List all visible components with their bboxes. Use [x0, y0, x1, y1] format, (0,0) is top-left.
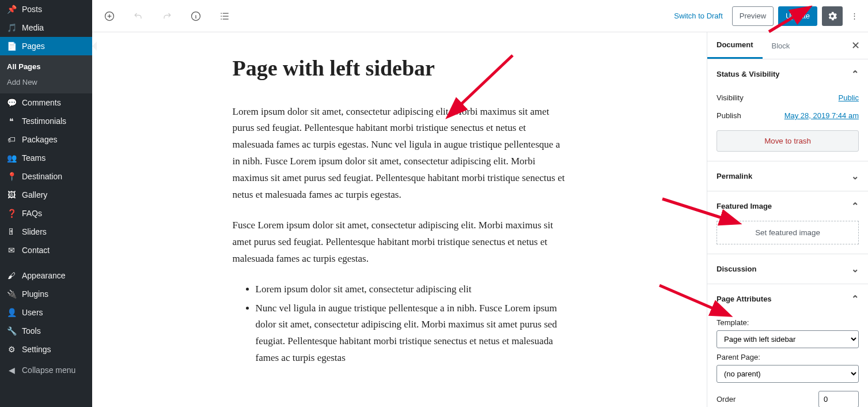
panel-header-discussion[interactable]: Discussion⌄ — [707, 254, 868, 284]
menu-packages[interactable]: 🏷Packages — [0, 130, 92, 149]
set-featured-image-button[interactable]: Set featured image — [717, 221, 859, 244]
publish-date-link[interactable]: May 28, 2019 7:44 am — [784, 111, 859, 120]
redo-button[interactable] — [157, 6, 177, 27]
menu-faqs[interactable]: ❓FAQs — [0, 204, 92, 223]
collapse-menu[interactable]: ◀Collapse menu — [0, 361, 92, 379]
menu-sliders[interactable]: 🎚Sliders — [0, 223, 92, 241]
template-select[interactable]: Page with left sidebar — [717, 330, 859, 348]
info-button[interactable] — [185, 6, 206, 27]
submenu-all-pages[interactable]: All Pages — [0, 59, 92, 74]
panel-featured-image: Featured Image⌃ Set featured image — [707, 191, 868, 254]
editor-canvas[interactable]: Page with left sidebar Lorem ipsum dolor… — [92, 32, 707, 407]
switch-to-draft-button[interactable]: Switch to Draft — [669, 12, 727, 20]
menu-posts[interactable]: 📌Posts — [0, 0, 92, 18]
gear-icon — [827, 10, 838, 22]
panel-page-attributes: Page Attributes⌃ Template: Page with lef… — [707, 284, 868, 407]
outline-button[interactable] — [214, 6, 235, 27]
visibility-value-link[interactable]: Public — [839, 93, 859, 102]
paragraph-block[interactable]: Fusce Lorem ipsum dolor sit amet, consec… — [233, 217, 567, 267]
menu-users[interactable]: 👤Users — [0, 303, 92, 322]
panel-permalink: Permalink⌄ — [707, 161, 868, 191]
list-block[interactable]: Lorem ipsum dolor sit amet, consectetur … — [233, 281, 567, 367]
package-icon: 🏷 — [6, 135, 17, 144]
panel-header-status[interactable]: Status & Visibility⌃ — [707, 59, 868, 89]
chevron-down-icon: ⌄ — [851, 171, 859, 182]
settings-toggle-button[interactable] — [822, 6, 843, 26]
template-label: Template: — [717, 318, 859, 327]
mail-icon: ✉ — [6, 246, 17, 255]
chevron-down-icon: ⌄ — [851, 263, 859, 274]
panel-header-featured[interactable]: Featured Image⌃ — [707, 191, 868, 221]
panel-status-visibility: Status & Visibility⌃ VisibilityPublic Pu… — [707, 59, 868, 161]
editor: Switch to Draft Preview Update ⋮ Page wi… — [92, 0, 868, 407]
team-icon: 👥 — [6, 153, 17, 163]
panel-discussion: Discussion⌄ — [707, 254, 868, 284]
editor-toolbar: Switch to Draft Preview Update ⋮ — [92, 0, 868, 32]
menu-media[interactable]: 🎵Media — [0, 18, 92, 37]
pin-icon: 📌 — [6, 5, 17, 14]
tab-document[interactable]: Document — [707, 32, 763, 59]
chevron-up-icon: ⌃ — [851, 69, 859, 80]
menu-pages[interactable]: 📄Pages — [0, 37, 92, 55]
menu-comments[interactable]: 💬Comments — [0, 93, 92, 112]
menu-contact[interactable]: ✉Contact — [0, 241, 92, 259]
settings-sidebar: Document Block ✕ Status & Visibility⌃ Vi… — [707, 32, 868, 407]
brush-icon: 🖌 — [6, 271, 17, 280]
settings-sliders-icon: ⚙ — [6, 345, 17, 354]
gallery-icon: 🖼 — [6, 190, 17, 199]
tab-block[interactable]: Block — [763, 33, 799, 58]
order-input[interactable] — [818, 391, 859, 407]
visibility-label: Visibility — [717, 93, 744, 102]
close-settings-button[interactable]: ✕ — [843, 39, 868, 52]
quote-icon: ❝ — [6, 116, 17, 126]
chevron-up-icon: ⌃ — [851, 293, 859, 304]
faq-icon: ❓ — [6, 209, 17, 218]
slider-icon: 🎚 — [6, 227, 17, 236]
order-label: Order — [717, 395, 736, 404]
add-block-button[interactable] — [99, 6, 120, 27]
panel-header-attributes[interactable]: Page Attributes⌃ — [707, 284, 868, 314]
admin-sidebar: 📌Posts 🎵Media 📄Pages All Pages Add New 💬… — [0, 0, 92, 407]
comment-icon: 💬 — [6, 98, 17, 107]
parent-page-label: Parent Page: — [717, 353, 859, 361]
page-title[interactable]: Page with left sidebar — [233, 55, 567, 82]
settings-tabs: Document Block ✕ — [707, 32, 868, 59]
parent-page-select[interactable]: (no parent) — [717, 365, 859, 383]
preview-button[interactable]: Preview — [732, 6, 774, 26]
menu-testimonials[interactable]: ❝Testimonials — [0, 112, 92, 130]
more-options-button[interactable]: ⋮ — [847, 12, 861, 20]
submenu-pages: All Pages Add New — [0, 55, 92, 93]
menu-plugins[interactable]: 🔌Plugins — [0, 285, 92, 303]
list-item[interactable]: Nunc vel ligula in augue tristique pelle… — [256, 300, 567, 367]
update-button[interactable]: Update — [778, 6, 817, 26]
publish-label: Publish — [717, 111, 741, 120]
submenu-add-new[interactable]: Add New — [0, 74, 92, 90]
paragraph-block[interactable]: Lorem ipsum dolor sit amet, consectetur … — [233, 104, 567, 204]
plugin-icon: 🔌 — [6, 289, 17, 299]
panel-header-permalink[interactable]: Permalink⌄ — [707, 161, 868, 191]
collapse-icon: ◀ — [6, 365, 17, 375]
undo-button[interactable] — [128, 6, 149, 27]
tools-icon: 🔧 — [6, 326, 17, 336]
menu-tools[interactable]: 🔧Tools — [0, 322, 92, 340]
list-item[interactable]: Lorem ipsum dolor sit amet, consectetur … — [256, 281, 567, 298]
chevron-up-icon: ⌃ — [851, 201, 859, 212]
media-icon: 🎵 — [6, 23, 17, 32]
page-icon: 📄 — [6, 42, 17, 51]
move-to-trash-button[interactable]: Move to trash — [717, 130, 859, 152]
menu-teams[interactable]: 👥Teams — [0, 149, 92, 167]
menu-settings[interactable]: ⚙Settings — [0, 340, 92, 359]
dest-icon: 📍 — [6, 172, 17, 181]
users-icon: 👤 — [6, 308, 17, 317]
menu-gallery[interactable]: 🖼Gallery — [0, 186, 92, 204]
menu-appearance[interactable]: 🖌Appearance — [0, 266, 92, 285]
menu-destination[interactable]: 📍Destination — [0, 167, 92, 186]
